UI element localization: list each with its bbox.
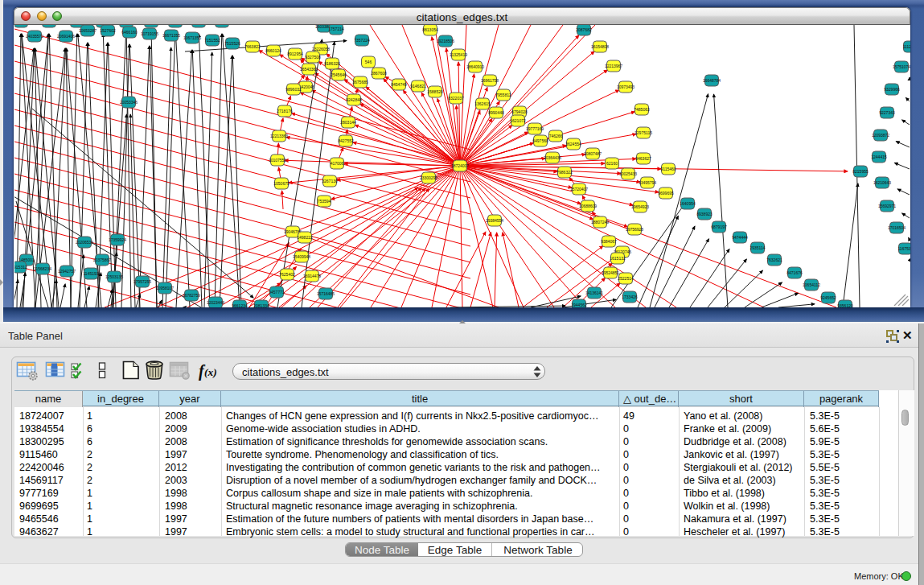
svg-text:9329966: 9329966 — [884, 87, 900, 92]
svg-text:12213363: 12213363 — [270, 134, 288, 138]
svg-text:15751074: 15751074 — [893, 64, 910, 69]
svg-text:19218506: 19218506 — [437, 39, 454, 43]
svg-text:16154808: 16154808 — [591, 44, 609, 49]
svg-text:8660124: 8660124 — [265, 48, 281, 53]
svg-text:9457771: 9457771 — [269, 290, 285, 295]
svg-text:7955812: 7955812 — [495, 93, 511, 97]
svg-text:3675685: 3675685 — [352, 80, 368, 84]
svg-text:13495794: 13495794 — [639, 180, 656, 185]
svg-text:24035572: 24035572 — [26, 34, 43, 39]
svg-text:3915312: 3915312 — [14, 265, 27, 270]
svg-text:10107553: 10107553 — [269, 158, 286, 163]
svg-text:7625402: 7625402 — [279, 272, 295, 277]
svg-text:8938923: 8938923 — [696, 212, 713, 216]
svg-text:15409948: 15409948 — [293, 254, 310, 259]
svg-text:1944562: 1944562 — [571, 303, 587, 307]
svg-text:1112456: 1112456 — [903, 44, 910, 49]
svg-text:16782759: 16782759 — [183, 293, 200, 298]
svg-text:7632621: 7632621 — [766, 257, 782, 262]
svg-text:17016504: 17016504 — [888, 225, 906, 230]
svg-text:9474444: 9474444 — [732, 235, 748, 240]
svg-text:12503135: 12503135 — [105, 274, 123, 279]
svg-text:7485063: 7485063 — [634, 107, 650, 112]
svg-text:9384067: 9384067 — [601, 239, 617, 244]
svg-text:14136141: 14136141 — [585, 290, 603, 295]
svg-text:1244415: 1244415 — [871, 154, 887, 159]
svg-text:12023448: 12023448 — [207, 300, 224, 305]
svg-text:8990448: 8990448 — [488, 110, 504, 115]
svg-text:10671355: 10671355 — [183, 35, 201, 40]
svg-text:8215955: 8215955 — [852, 169, 869, 174]
svg-text:6466160: 6466160 — [121, 30, 138, 35]
svg-text:9463627: 9463627 — [635, 156, 651, 161]
svg-text:10654112: 10654112 — [803, 282, 820, 287]
svg-text:12213967: 12213967 — [605, 64, 622, 68]
svg-text:1527602: 1527602 — [100, 28, 116, 33]
svg-text:746266: 746266 — [549, 134, 563, 138]
svg-text:6497568: 6497568 — [532, 138, 548, 143]
svg-text:8186328: 8186328 — [324, 61, 340, 66]
svg-text:6879197: 6879197 — [711, 225, 727, 229]
svg-text:2081334: 2081334 — [253, 303, 269, 307]
svg-text:10688609: 10688609 — [579, 204, 597, 208]
svg-text:9356120: 9356120 — [837, 303, 853, 307]
svg-text:1588520: 1588520 — [427, 89, 443, 94]
svg-text:10719155: 10719155 — [141, 31, 158, 36]
svg-text:2803144: 2803144 — [340, 120, 356, 125]
svg-text:15716485: 15716485 — [317, 291, 335, 296]
svg-text:12093872: 12093872 — [872, 133, 889, 138]
svg-text:16543362: 16543362 — [300, 67, 318, 72]
svg-text:11325419: 11325419 — [450, 52, 467, 57]
svg-text:23300295: 23300295 — [420, 175, 437, 180]
svg-text:2718176: 2718176 — [277, 109, 293, 113]
svg-text:20364436: 20364436 — [544, 155, 561, 160]
svg-text:1733426: 1733426 — [622, 295, 638, 299]
svg-text:19654923: 19654923 — [631, 204, 649, 209]
svg-text:19524851: 19524851 — [602, 270, 619, 275]
svg-text:1362615: 1362615 — [474, 101, 491, 106]
svg-text:8427552: 8427552 — [338, 138, 354, 143]
svg-text:23226058: 23226058 — [312, 47, 330, 51]
svg-text:15692971: 15692971 — [878, 204, 896, 208]
svg-text:9699695: 9699695 — [658, 191, 674, 196]
svg-text:10958107: 10958107 — [156, 286, 174, 290]
svg-text:546: 546 — [365, 60, 372, 64]
svg-text:6794028: 6794028 — [511, 109, 528, 114]
svg-text:18724007: 18724007 — [451, 163, 469, 168]
svg-text:9245652: 9245652 — [820, 295, 836, 300]
svg-text:20691406: 20691406 — [57, 34, 75, 39]
svg-text:20053346: 20053346 — [120, 100, 138, 105]
svg-text:2867608: 2867608 — [371, 71, 387, 76]
svg-text:9146821: 9146821 — [410, 84, 426, 89]
svg-text:2935114: 2935114 — [749, 245, 765, 250]
svg-text:9115460: 9115460 — [660, 167, 676, 171]
svg-text:3624554: 3624554 — [565, 142, 581, 146]
svg-text:12942757: 12942757 — [58, 269, 76, 274]
svg-text:9661234: 9661234 — [232, 303, 248, 307]
svg-text:20206536: 20206536 — [76, 240, 93, 245]
svg-text:10807487: 10807487 — [584, 151, 602, 156]
svg-text:15720407: 15720407 — [570, 187, 588, 192]
svg-text:10973493: 10973493 — [617, 84, 634, 89]
svg-text:1640954: 1640954 — [680, 201, 696, 206]
svg-text:16961758: 16961758 — [481, 78, 499, 83]
svg-text:7151552: 7151552 — [204, 38, 220, 43]
svg-text:2545646: 2545646 — [331, 72, 347, 77]
svg-text:9896032: 9896032 — [285, 87, 302, 92]
svg-text:10653287: 10653287 — [79, 28, 97, 33]
svg-text:16671355: 16671355 — [162, 33, 180, 38]
svg-text:16914479: 16914479 — [303, 274, 321, 278]
svg-text:417006: 417006 — [331, 161, 344, 166]
svg-text:7663822: 7663822 — [244, 44, 261, 49]
svg-text:1757214: 1757214 — [328, 27, 344, 31]
svg-text:1615132: 1615132 — [610, 256, 626, 261]
svg-text:7515526: 7515526 — [224, 41, 240, 46]
svg-text:17359924: 17359924 — [109, 237, 126, 242]
svg-text:9242848: 9242848 — [346, 97, 362, 102]
svg-text:9327508: 9327508 — [305, 55, 321, 60]
svg-text:7357224: 7357224 — [354, 38, 370, 43]
svg-text:19777169: 19777169 — [526, 126, 544, 131]
svg-text:3267130: 3267130 — [322, 179, 338, 183]
svg-text:1498222: 1498222 — [297, 235, 313, 240]
svg-text:(x): (x) — [204, 366, 217, 378]
